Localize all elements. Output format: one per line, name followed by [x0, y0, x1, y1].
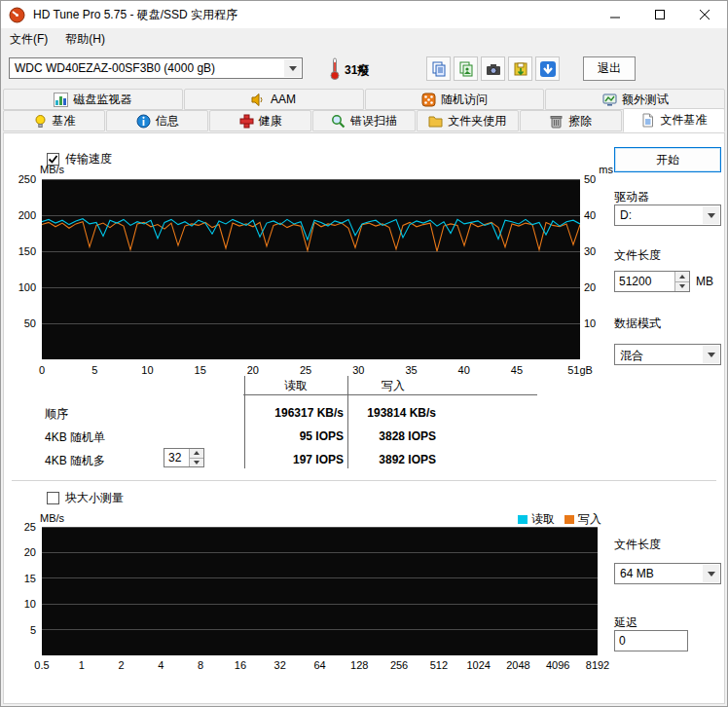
tab-label: 错误扫描 [350, 113, 397, 130]
tab-info[interactable]: 信息 [106, 110, 208, 131]
start-button[interactable]: 开始 [614, 147, 721, 172]
menubar: 文件(F) 帮助(H) [1, 28, 727, 50]
table-left-line [244, 376, 245, 468]
transfer-speed-chart [42, 179, 580, 359]
delay-label: 延迟 [614, 614, 637, 631]
tab-error-scan[interactable]: 错误扫描 [312, 110, 415, 131]
delay-field[interactable] [614, 630, 688, 651]
column-header-read: 读取 [247, 378, 345, 394]
trash-icon [549, 114, 564, 129]
block-size-chart [42, 527, 598, 655]
titlebar: HD Tune Pro 5.75 - 硬盘/SSD 实用程序 [1, 1, 727, 28]
drive-select-combo[interactable]: WDC WD40EZAZ-00SF3B0 (4000 gB) [9, 57, 303, 79]
health-cross-icon [239, 114, 254, 129]
screenshot-button[interactable] [481, 56, 505, 81]
spin-down-icon[interactable] [675, 282, 689, 292]
chevron-down-icon [284, 59, 301, 77]
write-legend-swatch [564, 515, 574, 524]
table-column-line [347, 376, 348, 468]
tab-benchmark[interactable]: 基准 [3, 110, 105, 131]
row-label-4kb-single: 4KB 随机单 [45, 429, 105, 446]
tab-disk-monitor[interactable]: 磁盘监视器 [3, 89, 183, 110]
close-button[interactable] [682, 1, 727, 28]
axis-tick-label: 20 [247, 364, 259, 376]
axis-tick-label: 51gB [567, 364, 593, 376]
tab-health[interactable]: 健康 [209, 110, 311, 131]
tab-label: 文件夹使用 [448, 113, 506, 130]
chart1-yaxis-left: 25020015010050 [6, 179, 38, 359]
tabrow-primary: 基准 信息 健康 错误扫描 文件夹使用 擦除 文件基准 [3, 110, 725, 131]
table-header-line [243, 394, 537, 395]
axis-tick-label: 256 [390, 659, 408, 671]
exit-button[interactable]: 退出 [583, 56, 636, 81]
axis-tick-label: 128 [350, 659, 368, 671]
tab-aam[interactable]: AAM [184, 89, 364, 110]
axis-tick-label: 10 [24, 598, 36, 610]
file-length2-combo[interactable]: 64 MB [614, 563, 721, 584]
axis-tick-label: 8192 [586, 659, 609, 671]
axis-tick-label: 40 [458, 364, 470, 376]
axis-tick-label: 10 [141, 364, 153, 376]
spin-up-icon[interactable] [675, 272, 689, 282]
file-length-spinner[interactable] [614, 271, 690, 292]
chart2-y-unit: MB/s [40, 512, 64, 524]
magnifier-icon [331, 114, 346, 129]
tab-file-benchmark[interactable]: 文件基准 [623, 108, 725, 132]
queue-depth-input[interactable] [164, 449, 189, 466]
axis-tick-label: 30 [584, 245, 596, 257]
data-mode-combo[interactable]: 混合 [614, 344, 721, 365]
axis-tick-label: 0 [39, 364, 45, 376]
spin-down-icon[interactable] [190, 459, 203, 467]
axis-tick-label: 20 [584, 281, 596, 293]
speaker-icon [251, 93, 266, 107]
axis-tick-label: 2048 [506, 659, 529, 671]
axis-tick-label: 25 [300, 364, 311, 376]
axis-tick-label: 2 [119, 659, 125, 671]
spin-up-icon[interactable] [190, 449, 203, 459]
axis-tick-label: 64 [313, 659, 325, 671]
tab-random-access[interactable]: 随机访问 [365, 89, 545, 110]
block-size-checkbox[interactable] [47, 492, 59, 504]
axis-tick-label: 45 [511, 364, 523, 376]
minimize-button[interactable] [593, 1, 637, 28]
delay-input[interactable] [615, 631, 687, 651]
axis-tick-label: 16 [235, 659, 246, 671]
tab-folder-usage[interactable]: 文件夹使用 [417, 110, 519, 131]
file-length-input[interactable] [615, 272, 674, 291]
copy-text-button[interactable] [426, 56, 451, 81]
read-legend-swatch [518, 515, 528, 524]
queue-depth-spinner[interactable] [164, 448, 204, 467]
maximize-button[interactable] [637, 1, 682, 28]
tab-extra-tests[interactable]: 额外测试 [545, 89, 725, 110]
menu-file[interactable]: 文件(F) [1, 28, 56, 51]
thermometer-icon [329, 57, 341, 80]
axis-tick-label: 8 [198, 659, 203, 671]
axis-tick-label: 10 [584, 317, 596, 329]
menu-help[interactable]: 帮助(H) [56, 28, 114, 51]
app-icon [9, 7, 25, 23]
save-results-button[interactable] [508, 56, 532, 81]
hd-tune-window: HD Tune Pro 5.75 - 硬盘/SSD 实用程序 文件(F) 帮助(… [0, 0, 728, 707]
drive-select-value: WDC WD40EZAZ-00SF3B0 (4000 gB) [10, 58, 302, 75]
file-length-unit: MB [696, 275, 713, 288]
tab-erase[interactable]: 擦除 [520, 110, 622, 131]
temperature-value: 31癈 [345, 62, 369, 79]
window-title: HD Tune Pro 5.75 - 硬盘/SSD 实用程序 [33, 7, 237, 23]
tab-label: AAM [271, 93, 296, 106]
data-mode-label: 数据模式 [614, 316, 661, 332]
section-divider [12, 480, 716, 481]
tab-label: 信息 [156, 113, 179, 130]
drive-combo[interactable]: D: [614, 205, 721, 226]
chart2-yaxis: 252015105 [6, 527, 38, 655]
download-button[interactable] [535, 56, 560, 81]
axis-tick-label: 30 [352, 364, 364, 376]
axis-tick-label: 5 [30, 624, 36, 636]
sequential-read-value: 196317 KB/s [249, 406, 344, 420]
axis-tick-label: 15 [24, 573, 36, 584]
axis-tick-label: 50 [584, 173, 596, 185]
copy-image-button[interactable] [454, 56, 478, 81]
sequential-write-value: 193814 KB/s [351, 406, 436, 420]
write-legend-label: 写入 [578, 511, 601, 528]
axis-tick-label: 250 [18, 173, 36, 185]
bulb-icon [33, 114, 48, 129]
